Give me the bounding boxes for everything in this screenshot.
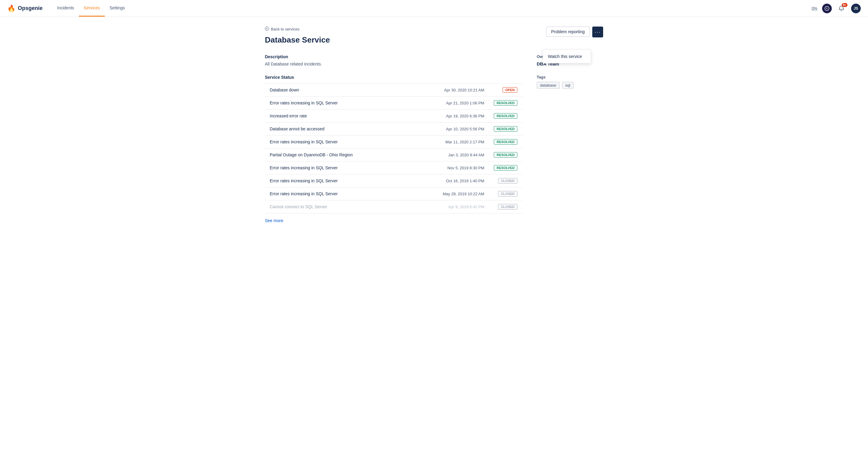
table-row[interactable]: Error rates increasing in SQL ServerApr … <box>265 97 522 109</box>
incident-status-cell: RESOLVED <box>489 109 522 123</box>
status-badge: RESOLVED <box>494 139 517 144</box>
user-avatar[interactable]: JS <box>851 4 861 13</box>
incident-name: Error rates increasing in SQL Server <box>265 162 409 174</box>
nav-services[interactable]: Services <box>79 0 105 16</box>
watch-service-item[interactable]: Watch this service <box>543 51 591 62</box>
tags-section: Tags databasesql <box>537 75 603 89</box>
table-row[interactable]: Increased error rateApr 19, 2020 6:36 PM… <box>265 109 522 123</box>
description-text: All Database related incidents. <box>265 62 522 66</box>
nav-percent[interactable]: 0% <box>811 6 817 10</box>
incident-name: Partial Outage on DyanmoDB - Ohio Region <box>265 148 409 162</box>
incident-status-cell: RESOLVED <box>489 123 522 135</box>
incident-timestamp: Apr 30, 2020 10:21 AM <box>409 83 489 97</box>
problem-reporting-button[interactable]: Problem reporting <box>546 27 590 37</box>
see-more-link[interactable]: See more <box>265 218 283 223</box>
table-row[interactable]: Partial Outage on DyanmoDB - Ohio Region… <box>265 148 522 162</box>
status-badge: OPEN <box>502 87 517 93</box>
incident-timestamp: Apr 19, 2020 6:36 PM <box>409 109 489 123</box>
status-badge: CLOSED <box>498 178 517 183</box>
table-row[interactable]: Cannot connect to SQL ServerApr 9, 2019 … <box>265 200 522 213</box>
status-badge: RESOLVED <box>494 100 517 106</box>
dropdown-menu: Watch this service <box>543 49 591 63</box>
description-label: Description <box>265 54 522 59</box>
action-buttons: Problem reporting ··· Watch this service <box>546 27 603 37</box>
incident-timestamp: Apr 10, 2020 5:56 PM <box>409 123 489 135</box>
incident-timestamp: Oct 16, 2019 1:40 PM <box>409 174 489 188</box>
incident-status-cell: RESOLVED <box>489 97 522 109</box>
incident-timestamp: Apr 21, 2020 1:06 PM <box>409 97 489 109</box>
table-row[interactable]: Error rates increasing in SQL ServerMar … <box>265 135 522 148</box>
content-area: Description All Database related inciden… <box>265 54 603 223</box>
incident-timestamp: Jan 3, 2020 9:44 AM <box>409 148 489 162</box>
incident-timestamp: Mar 11, 2020 2:17 PM <box>409 135 489 148</box>
incidents-table: Database downApr 30, 2020 10:21 AMOPENEr… <box>265 83 522 213</box>
incident-status-cell: RESOLVED <box>489 162 522 174</box>
notifications-btn[interactable]: 9+ <box>837 4 846 13</box>
incident-status-cell: CLOSED <box>489 200 522 213</box>
incident-name: Cannot connect to SQL Server <box>265 200 409 213</box>
notification-badge: 9+ <box>842 3 847 7</box>
incident-status-cell: RESOLVED <box>489 148 522 162</box>
table-row[interactable]: Database annot be accessedApr 10, 2020 5… <box>265 123 522 135</box>
nav-incidents[interactable]: Incidents <box>52 0 79 16</box>
service-status-title: Service Status <box>265 75 522 80</box>
logo-text: Opsgenie <box>18 5 42 11</box>
tags-container: databasesql <box>537 82 603 89</box>
nav-links: Incidents Services Settings <box>52 0 811 16</box>
navbar: 🔥 Opsgenie Incidents Services Settings 0… <box>0 0 868 17</box>
incident-status-cell: CLOSED <box>489 188 522 200</box>
incident-status-cell: CLOSED <box>489 174 522 188</box>
tag: sql <box>562 82 574 89</box>
tags-label: Tags <box>537 75 603 79</box>
table-row[interactable]: Error rates increasing in SQL ServerOct … <box>265 174 522 188</box>
status-badge: CLOSED <box>498 191 517 197</box>
back-icon <box>265 27 269 32</box>
incident-name: Increased error rate <box>265 109 409 123</box>
page-container: Back to services Database Service Proble… <box>253 17 615 233</box>
incident-name: Error rates increasing in SQL Server <box>265 188 409 200</box>
status-badge: RESOLVED <box>494 165 517 170</box>
status-badge: RESOLVED <box>494 113 517 119</box>
nav-right: 0% 9+ JS <box>811 4 861 13</box>
svg-point-3 <box>265 27 269 31</box>
sidebar: Owner team DBA Team Tags databasesql <box>537 54 603 223</box>
incident-timestamp: May 28, 2019 10:22 AM <box>409 188 489 200</box>
incident-timestamp: Nov 5, 2019 8:30 PM <box>409 162 489 174</box>
status-badge: CLOSED <box>498 204 517 209</box>
back-link-text: Back to services <box>271 27 300 31</box>
table-row[interactable]: Database downApr 30, 2020 10:21 AMOPEN <box>265 83 522 97</box>
incident-name: Error rates increasing in SQL Server <box>265 135 409 148</box>
incident-timestamp: Apr 9, 2019 6:45 PM <box>409 200 489 213</box>
logo[interactable]: 🔥 Opsgenie <box>7 4 42 12</box>
more-dots-icon: ··· <box>594 29 601 35</box>
incident-status-cell: OPEN <box>489 83 522 97</box>
more-options-button[interactable]: ··· <box>592 27 603 37</box>
nav-settings[interactable]: Settings <box>105 0 130 16</box>
tag: database <box>537 82 560 89</box>
table-row[interactable]: Error rates increasing in SQL ServerNov … <box>265 162 522 174</box>
status-badge: RESOLVED <box>494 126 517 132</box>
incident-name: Database down <box>265 83 409 97</box>
incident-name: Error rates increasing in SQL Server <box>265 97 409 109</box>
compass-icon-btn[interactable] <box>822 4 832 13</box>
incident-name: Database annot be accessed <box>265 123 409 135</box>
incident-name: Error rates increasing in SQL Server <box>265 174 409 188</box>
main-content: Description All Database related inciden… <box>265 54 522 223</box>
incident-status-cell: RESOLVED <box>489 135 522 148</box>
status-badge: RESOLVED <box>494 152 517 158</box>
table-row[interactable]: Error rates increasing in SQL ServerMay … <box>265 188 522 200</box>
logo-icon: 🔥 <box>7 4 16 12</box>
